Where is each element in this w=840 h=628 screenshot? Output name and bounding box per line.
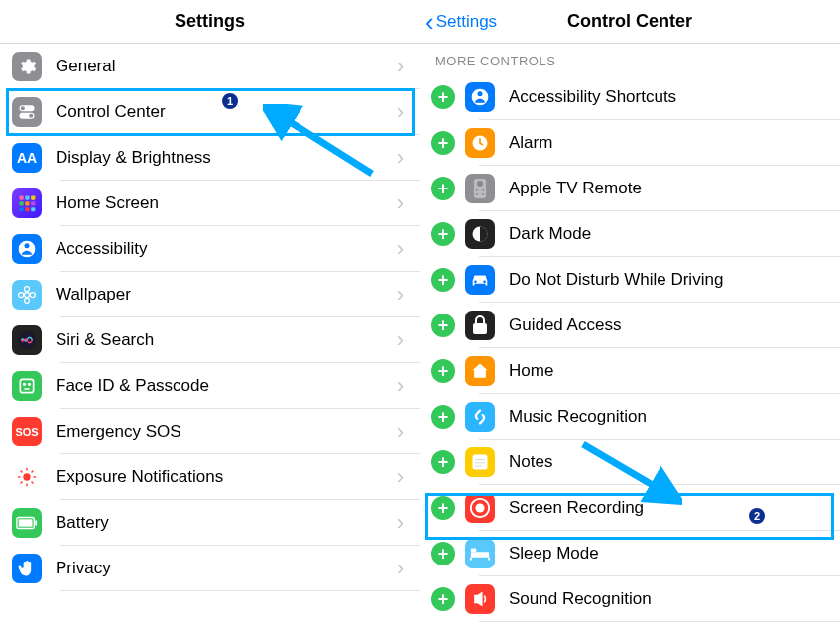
svg-rect-12 (31, 207, 35, 211)
cc-row-screen-recording[interactable]: +Screen Recording (420, 485, 840, 531)
add-button[interactable]: + (431, 587, 455, 611)
svg-rect-6 (31, 196, 35, 200)
cc-row-alarm[interactable]: +Alarm (420, 120, 840, 166)
cc-list: +Accessibility Shortcuts+Alarm+Apple TV … (420, 74, 840, 622)
row-label: Privacy (56, 559, 397, 578)
add-button[interactable]: + (431, 268, 455, 292)
settings-row-accessibility[interactable]: Accessibility› (0, 226, 420, 272)
cc-row-do-not-disturb-while-driving[interactable]: +Do Not Disturb While Driving (420, 257, 840, 303)
battery-icon (12, 508, 42, 538)
annotation-badge-2: 2 (747, 506, 767, 526)
svg-point-1 (21, 106, 25, 110)
settings-row-battery[interactable]: Battery› (0, 500, 420, 546)
settings-row-display-brightness[interactable]: AADisplay & Brightness› (0, 135, 420, 181)
svg-line-31 (21, 482, 23, 484)
add-button[interactable]: + (431, 405, 455, 429)
aa-icon: AA (12, 143, 42, 173)
settings-row-privacy[interactable]: Privacy› (0, 546, 420, 591)
chevron-right-icon: › (397, 236, 404, 262)
row-label: Apple TV Remote (509, 179, 828, 198)
row-label: Exposure Notifications (56, 467, 397, 487)
svg-rect-57 (471, 552, 489, 558)
home-icon (465, 356, 495, 386)
add-button[interactable]: + (431, 450, 455, 474)
add-button[interactable]: + (431, 85, 455, 109)
control-center-pane: ‹ Settings Control Center MORE CONTROLS … (420, 0, 840, 628)
add-button[interactable]: + (431, 131, 455, 155)
row-label: Accessibility Shortcuts (509, 87, 828, 107)
settings-row-emergency-sos[interactable]: SOSEmergency SOS› (0, 409, 420, 454)
cc-row-music-recognition[interactable]: +Music Recognition (420, 394, 840, 440)
back-label: Settings (436, 12, 497, 32)
settings-row-exposure-notifications[interactable]: Exposure Notifications› (0, 454, 420, 500)
lock-icon (465, 311, 495, 340)
cc-row-notes[interactable]: +Notes (420, 440, 840, 485)
svg-point-47 (474, 280, 477, 283)
add-button[interactable]: + (431, 359, 455, 383)
chevron-right-icon: › (397, 190, 404, 216)
cc-row-accessibility-shortcuts[interactable]: +Accessibility Shortcuts (420, 74, 840, 120)
settings-row-control-center[interactable]: Control Center› (0, 89, 420, 135)
cc-row-sleep-mode[interactable]: +Sleep Mode (420, 531, 840, 576)
face-icon (12, 371, 42, 401)
add-button[interactable]: + (431, 496, 455, 520)
annotation-badge-1: 1 (220, 91, 240, 111)
svg-rect-21 (20, 379, 33, 392)
cc-row-guided-access[interactable]: +Guided Access (420, 303, 840, 348)
svg-rect-35 (35, 520, 37, 526)
sound-icon (465, 584, 495, 614)
cc-row-apple-tv-remote[interactable]: +Apple TV Remote (420, 166, 840, 211)
row-label: Music Recognition (509, 407, 828, 427)
settings-row-siri-search[interactable]: Siri & Search› (0, 317, 420, 363)
settings-row-general[interactable]: General› (0, 44, 420, 89)
person-icon (12, 234, 42, 264)
svg-point-48 (483, 280, 486, 283)
row-label: Sound Recognition (509, 589, 828, 609)
chevron-right-icon: › (397, 145, 404, 171)
hand-icon (12, 554, 42, 583)
row-label: Guided Access (509, 315, 828, 335)
svg-point-19 (30, 293, 35, 298)
cc-title: Control Center (567, 11, 692, 32)
chevron-right-icon: › (397, 282, 404, 308)
car-icon (465, 265, 495, 295)
row-label: Alarm (509, 133, 828, 153)
gear-icon (12, 52, 42, 81)
add-button[interactable]: + (431, 177, 455, 200)
svg-rect-11 (25, 207, 29, 211)
row-label: Screen Recording (509, 498, 828, 518)
cc-row-sound-recognition[interactable]: +Sound Recognition (420, 576, 840, 622)
row-label: Sleep Mode (509, 544, 828, 564)
settings-row-wallpaper[interactable]: Wallpaper› (0, 272, 420, 317)
settings-row-face-id-passcode[interactable]: Face ID & Passcode› (0, 363, 420, 409)
svg-rect-5 (25, 196, 29, 200)
add-button[interactable]: + (431, 222, 455, 246)
record-icon (465, 493, 495, 523)
settings-row-home-screen[interactable]: Home Screen› (0, 181, 420, 226)
siri-icon (12, 325, 42, 355)
add-button[interactable]: + (431, 542, 455, 565)
svg-rect-58 (471, 549, 477, 553)
bed-icon (465, 539, 495, 568)
svg-point-17 (25, 298, 30, 303)
chevron-right-icon: › (397, 327, 404, 353)
row-label: Display & Brightness (56, 148, 397, 168)
section-more-controls: MORE CONTROLS (420, 44, 840, 74)
svg-point-23 (29, 384, 31, 386)
svg-rect-10 (20, 207, 24, 211)
add-button[interactable]: + (431, 314, 455, 337)
row-label: Accessibility (56, 239, 397, 259)
svg-point-56 (475, 503, 484, 512)
chevron-right-icon: › (397, 556, 404, 581)
row-label: Home Screen (56, 193, 397, 213)
remote-icon (465, 174, 495, 203)
back-button[interactable]: ‹ Settings (425, 0, 497, 44)
row-label: General (56, 57, 397, 76)
cc-row-home[interactable]: +Home (420, 348, 840, 394)
chevron-left-icon: ‹ (425, 9, 434, 35)
svg-point-37 (472, 89, 489, 106)
settings-pane: Settings General›Control Center›AADispla… (0, 0, 420, 628)
cc-row-dark-mode[interactable]: +Dark Mode (420, 211, 840, 257)
svg-point-43 (482, 189, 484, 191)
row-label: Emergency SOS (56, 422, 397, 441)
